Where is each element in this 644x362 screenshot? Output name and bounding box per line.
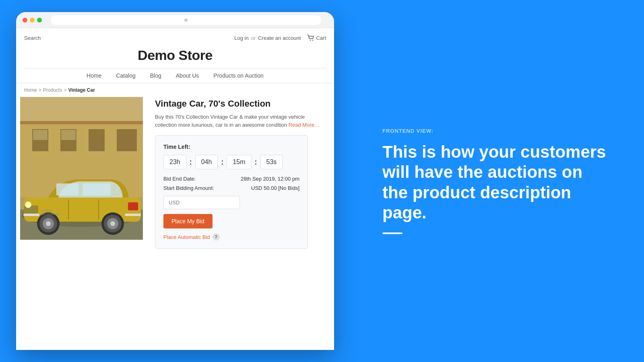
product-area: LEMON CAR COMPANY Vintage Car, 70's Coll… <box>16 97 334 251</box>
svg-rect-22 <box>128 202 138 210</box>
svg-point-1 <box>312 40 313 41</box>
timer-sep1: : <box>190 158 192 167</box>
product-image: LEMON CAR COMPANY <box>20 97 143 240</box>
browser-dot-maximize[interactable] <box>37 18 42 23</box>
store-content: Search Log in or Create an account Cart <box>16 28 334 350</box>
address-indicator <box>184 19 188 22</box>
hero-underline <box>382 232 402 234</box>
breadcrumb-current: Vintage Car <box>68 87 95 93</box>
breadcrumb-products[interactable]: Products <box>43 87 62 93</box>
timer-seconds: 15m <box>227 155 251 169</box>
svg-rect-8 <box>89 129 105 151</box>
timer-sep2: : <box>221 158 223 167</box>
browser-dot-close[interactable] <box>23 18 27 23</box>
product-title: Vintage Car, 70's Collection <box>155 99 326 109</box>
svg-rect-31 <box>23 214 39 216</box>
browser-dot-minimize[interactable] <box>30 18 35 23</box>
svg-point-30 <box>110 221 115 226</box>
bid-input-container <box>163 196 299 209</box>
svg-rect-5 <box>20 121 143 124</box>
nav-home[interactable]: Home <box>87 72 101 83</box>
browser-address-bar <box>51 15 321 25</box>
bid-end-date-value: 28th Sep 2019, 12:00 pm <box>241 176 299 182</box>
svg-rect-10 <box>33 130 47 140</box>
hero-text: This is how your customers will have the… <box>382 142 612 223</box>
login-link[interactable]: Log in <box>234 35 248 41</box>
store-title-area: Demo Store <box>24 44 326 68</box>
right-panel: FRONTEND VIEW: This is how your customer… <box>350 0 644 362</box>
svg-point-26 <box>46 221 51 226</box>
bid-end-date-row: Bid End Date: 28th Sep 2019, 12:00 pm <box>163 176 299 182</box>
bid-input[interactable] <box>163 196 240 209</box>
timer-sep3: : <box>255 158 257 167</box>
cart-icon-area[interactable]: Cart <box>307 35 326 41</box>
product-image-container: LEMON CAR COMPANY <box>20 97 143 240</box>
store-nav: Home Catalog Blog About Us Products on A… <box>24 68 326 83</box>
nav-about[interactable]: About Us <box>176 72 199 83</box>
svg-point-21 <box>26 203 30 207</box>
read-more-link[interactable]: Read More… <box>289 122 320 128</box>
breadcrumb-sep1: > <box>39 87 41 93</box>
breadcrumb: Home > Products > Vintage Car <box>16 83 334 97</box>
product-description-text: Buy this 70's Collection Vintage Car & m… <box>155 114 305 128</box>
nav-blog[interactable]: Blog <box>150 72 161 83</box>
auction-box: Time Left: 23h : 04h : 15m : 53s <box>155 135 308 249</box>
breadcrumb-sep2: > <box>64 87 66 93</box>
svg-rect-11 <box>61 130 76 140</box>
svg-point-0 <box>310 40 311 41</box>
help-icon[interactable]: ? <box>213 233 220 241</box>
store-header: Search Log in or Create an account Cart <box>16 28 334 83</box>
timer-ms: 53s <box>260 155 283 169</box>
browser-mockup: Search Log in or Create an account Cart <box>16 12 334 350</box>
login-divider: or <box>251 35 256 41</box>
nav-auction[interactable]: Products on Auction <box>213 72 264 83</box>
browser-chrome <box>16 12 334 28</box>
place-bid-button[interactable]: Place My Bid <box>163 214 213 228</box>
bid-end-date-label: Bid End Date: <box>163 176 196 182</box>
start-bidding-value: USD 50.00 [No Bids] <box>251 185 299 191</box>
left-panel: Search Log in or Create an account Cart <box>0 0 350 362</box>
product-description: Buy this 70's Collection Vintage Car & m… <box>155 113 326 129</box>
svg-rect-32 <box>125 214 141 216</box>
breadcrumb-home[interactable]: Home <box>24 87 37 93</box>
countdown-timer: 23h : 04h : 15m : 53s <box>163 155 299 169</box>
svg-text:LEMON: LEMON <box>41 209 53 212</box>
store-top-bar: Search Log in or Create an account Cart <box>24 35 326 44</box>
create-account-link[interactable]: Create an account <box>258 35 301 41</box>
auto-bid-link[interactable]: Place Automatic Bid <box>163 234 210 240</box>
cart-label: Cart <box>316 35 326 41</box>
svg-text:CAR COMPANY: CAR COMPANY <box>39 213 60 216</box>
product-details: Vintage Car, 70's Collection Buy this 70… <box>151 97 330 251</box>
automatic-bid-row: Place Automatic Bid ? <box>163 233 299 241</box>
start-bidding-row: Start Bidding Amount: USD 50.00 [No Bids… <box>163 185 299 191</box>
search-label: Search <box>24 35 41 41</box>
frontend-view-label: FRONTEND VIEW: <box>382 128 612 134</box>
timer-hours: 23h <box>163 155 186 169</box>
store-title: Demo Store <box>24 47 326 63</box>
timer-minutes: 04h <box>195 155 218 169</box>
nav-catalog[interactable]: Catalog <box>116 72 135 83</box>
svg-rect-16 <box>56 183 78 195</box>
svg-rect-9 <box>117 129 137 151</box>
time-left-label: Time Left: <box>163 144 299 150</box>
cart-icon <box>307 35 314 41</box>
svg-rect-17 <box>83 183 111 195</box>
start-bidding-label: Start Bidding Amount: <box>163 185 214 191</box>
